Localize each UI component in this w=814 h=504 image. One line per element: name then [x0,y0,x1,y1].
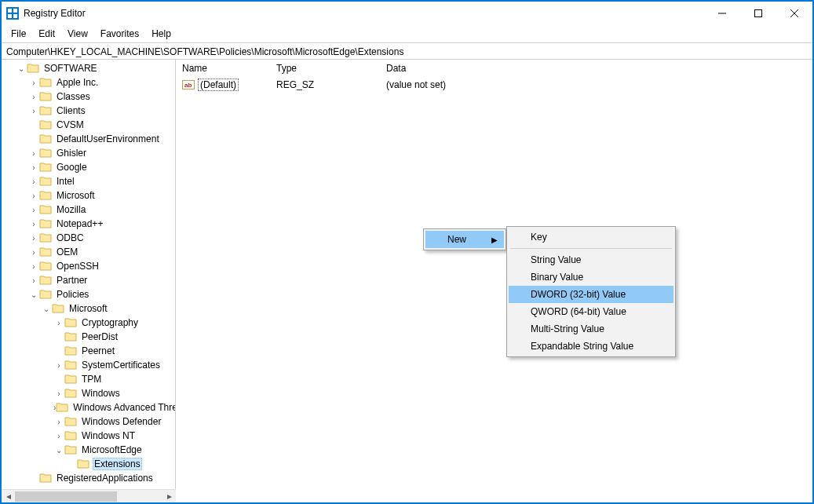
expand-toggle[interactable]: › [28,276,39,285]
folder-icon [39,104,52,117]
tree-label: Ghisler [55,148,88,159]
value-row[interactable]: ab (Default) REG_SZ (value not set) [176,77,812,93]
tree-label: OEM [55,247,79,257]
column-data[interactable]: Data [380,61,812,75]
submenu-key[interactable]: Key [509,228,673,246]
svg-rect-2 [13,9,17,13]
tree-node-software[interactable]: ⌄ SOFTWARE [3,61,175,75]
menu-file[interactable]: File [6,27,31,41]
folder-icon [77,458,89,470]
expand-toggle[interactable]: › [28,163,39,172]
tree-node[interactable]: › Clients [3,104,175,118]
tree-node[interactable]: › Ghisler [3,146,175,160]
close-button[interactable] [776,2,812,25]
expand-toggle[interactable]: › [28,206,39,214]
folder-icon [64,331,77,343]
tree-node[interactable]: › Notepad++ [3,217,175,231]
expand-toggle[interactable]: › [28,79,39,87]
tree-node[interactable]: › Cryptography [3,316,175,330]
column-type[interactable]: Type [270,61,380,75]
expand-toggle[interactable]: › [28,107,39,115]
tree-node[interactable]: › Mozilla [3,203,175,217]
menu-favorites[interactable]: Favorites [96,27,144,41]
tree-node-policies[interactable]: ⌄ Policies [3,287,175,301]
tree-node[interactable]: › OpenSSH [3,259,175,273]
svg-rect-6 [755,10,762,17]
expand-toggle[interactable]: ⌄ [53,446,64,455]
tree-label: Microsoft [55,190,97,201]
tree-node[interactable]: › Windows NT [3,429,175,443]
column-name[interactable]: Name [176,61,270,75]
tree-node[interactable]: › Apple Inc. [3,75,175,89]
scroll-left-button[interactable]: ◂ [2,490,15,503]
folder-icon [64,429,77,442]
submenu-qword-value[interactable]: QWORD (64-bit) Value [509,303,673,320]
expand-toggle[interactable]: › [28,234,39,243]
scroll-right-button[interactable]: ▸ [162,490,176,503]
tree-node[interactable]: › CVSM [3,118,175,132]
folder-icon [52,302,64,315]
tree-node[interactable]: › Microsoft [3,188,175,203]
tree-node[interactable]: › Windows Defender [3,415,175,429]
values-pane[interactable]: Name Type Data ab (Default) REG_SZ (valu… [176,60,812,502]
folder-icon [39,133,52,145]
tree-node[interactable]: › Peernet [3,344,175,358]
tree-node[interactable]: › PeerDist [3,330,175,344]
tree-node[interactable]: › Classes [3,89,175,104]
tree-label: Peernet [80,345,116,356]
scroll-track[interactable] [15,490,162,503]
expand-toggle[interactable]: › [28,93,39,101]
expand-toggle[interactable]: ⌄ [16,64,27,73]
submenu-dword-value[interactable]: DWORD (32-bit) Value [509,286,673,303]
folder-icon [39,119,52,131]
tree-pane[interactable]: ⌄ SOFTWARE › Apple Inc. › Classes › Clie… [2,60,176,502]
tree-node[interactable]: › Windows [3,386,175,400]
minimize-button[interactable] [704,2,740,25]
expand-toggle[interactable]: › [28,220,39,228]
tree-label: Windows Advanced Threat Protection [71,402,176,413]
submenu-expandstring-value[interactable]: Expandable String Value [509,338,673,355]
tree-node[interactable]: › Partner [3,273,175,287]
submenu-string-value[interactable]: String Value [509,251,673,268]
expand-toggle[interactable]: › [53,432,64,440]
expand-toggle[interactable]: › [28,192,39,200]
menu-help[interactable]: Help [147,27,176,41]
tree-node[interactable]: › ODBC [3,231,175,245]
context-menu-new[interactable]: New ▶ [425,231,504,248]
tree-node[interactable]: › DefaultUserEnvironment [3,132,175,146]
tree-horizontal-scrollbar[interactable]: ◂ ▸ [2,489,176,502]
scroll-thumb[interactable] [15,491,117,502]
expand-toggle[interactable]: ⌄ [28,290,39,299]
maximize-button[interactable] [740,2,776,25]
svg-rect-4 [13,14,17,18]
tree-node[interactable]: › Windows Advanced Threat Protection [3,400,175,415]
menu-view[interactable]: View [63,27,93,41]
folder-icon [64,345,77,357]
value-name: (Default) [198,79,239,91]
expand-toggle[interactable]: › [28,262,39,271]
address-bar[interactable]: Computer\HKEY_LOCAL_MACHINE\SOFTWARE\Pol… [2,42,812,60]
tree-node[interactable]: › Google [3,160,175,174]
submenu-multistring-value[interactable]: Multi-String Value [509,320,673,338]
expand-toggle[interactable]: › [53,319,64,327]
tree-node-extensions[interactable]: › Extensions [3,457,175,471]
tree-node[interactable]: › Intel [3,174,175,188]
tree-node-registeredapplications[interactable]: › RegisteredApplications [3,471,175,485]
expand-toggle[interactable]: › [53,418,64,426]
expand-toggle[interactable]: › [28,248,39,257]
expand-toggle[interactable]: ⌄ [41,305,52,313]
folder-icon [39,76,52,89]
tree-node[interactable]: › TPM [3,372,175,386]
menu-edit[interactable]: Edit [34,27,60,41]
expand-toggle[interactable]: › [28,149,39,158]
expand-toggle[interactable]: › [28,177,39,186]
submenu-binary-value[interactable]: Binary Value [509,268,673,286]
tree-label: Google [55,162,89,173]
expand-toggle[interactable]: › [53,389,64,398]
expand-toggle[interactable]: › [53,361,64,370]
tree-node-microsoftedge[interactable]: ⌄ MicrosoftEdge [3,443,175,457]
tree-node-microsoft[interactable]: ⌄ Microsoft [3,301,175,316]
tree-node[interactable]: › OEM [3,245,175,259]
tree-node[interactable]: › SystemCertificates [3,358,175,372]
tree-label: RegisteredApplications [55,473,155,484]
